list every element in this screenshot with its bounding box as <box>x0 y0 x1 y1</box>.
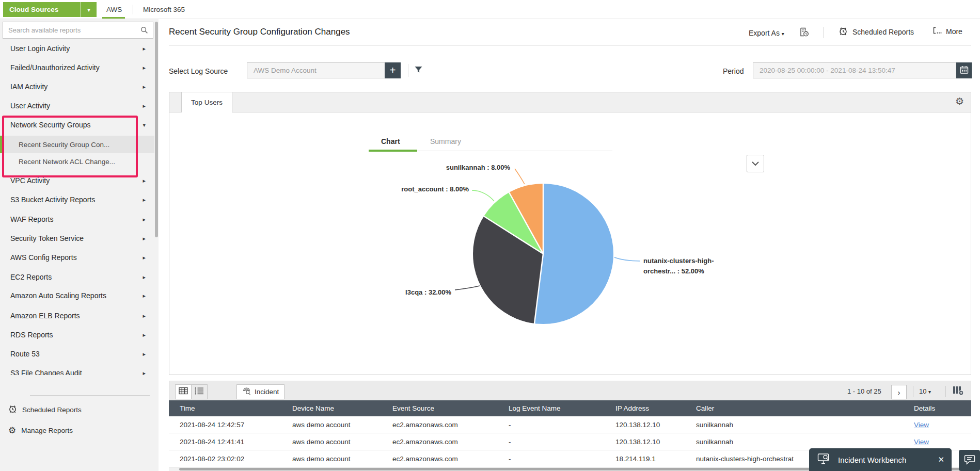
page-size-dropdown[interactable]: 10 ▾ <box>919 387 931 395</box>
chevron-right-icon: ▸ <box>143 103 146 109</box>
log-source-label: Select Log Source <box>169 67 228 75</box>
chevron-right-icon: ▸ <box>143 313 146 319</box>
chevron-right-icon: ▸ <box>143 293 146 299</box>
gear-icon: ⚙ <box>8 426 16 435</box>
sidebar-item-network-security-groups[interactable]: Network Security Groups▾ <box>0 117 153 133</box>
sidebar-manage-reports-link[interactable]: ⚙ Manage Reports <box>8 424 73 436</box>
chevron-right-icon: ▸ <box>143 254 146 261</box>
chevron-right-icon: ▸ <box>143 197 146 203</box>
pie-label-sunilkannah: sunilkannah : 8.00% <box>446 164 510 171</box>
chevron-right-icon: ▸ <box>143 351 146 358</box>
sidebar-item-route-53[interactable]: Route 53▸ <box>0 346 153 362</box>
grid-view-button[interactable] <box>175 384 192 399</box>
chevron-down-icon: ▾ <box>143 122 146 128</box>
chevron-right-icon: ▸ <box>143 370 146 376</box>
table-header: Time Device Name Event Source Log Event … <box>169 400 971 416</box>
fingerprint-search-icon <box>242 387 251 397</box>
cloud-sources-dropdown[interactable]: Cloud Sources ▾ <box>3 2 97 17</box>
sidebar-item-recent-network-acl-changes[interactable]: Recent Network ACL Change... <box>0 154 153 169</box>
alarm-clock-icon <box>8 404 17 415</box>
tab-aws-active-underline <box>102 17 125 19</box>
sidebar: User Login Activity▸ Failed/Unauthorized… <box>0 19 159 471</box>
chevron-down-icon: ▾ <box>81 2 97 17</box>
filter-funnel-icon[interactable] <box>414 66 423 76</box>
period-input[interactable] <box>753 62 956 78</box>
chevron-down-icon: ▾ <box>782 31 784 37</box>
sidebar-item-s3-bucket-activity-reports[interactable]: S3 Bucket Activity Reports▸ <box>0 192 153 207</box>
chat-bubble-button[interactable] <box>959 450 980 471</box>
sidebar-scheduled-reports-link[interactable]: Scheduled Reports <box>8 403 82 416</box>
chevron-right-icon: ▸ <box>143 235 146 242</box>
filter-divider <box>408 64 408 77</box>
view-link[interactable]: View <box>914 421 929 429</box>
grid-icon <box>179 387 188 397</box>
col-caller: Caller <box>696 404 914 412</box>
tab-microsoft-365[interactable]: Microsoft 365 <box>143 6 185 13</box>
pie-label-root-account: root_account : 8.00% <box>401 185 469 193</box>
chevron-right-icon: ▸ <box>143 177 146 184</box>
alarm-clock-icon <box>839 26 848 37</box>
sidebar-item-s3-file-changes-audit[interactable]: S3 File Changes Audit▸ <box>0 365 153 375</box>
export-history-icon[interactable] <box>799 27 809 39</box>
add-log-source-button[interactable]: + <box>385 62 401 78</box>
tab-summary[interactable]: Summary <box>430 137 461 145</box>
chevron-right-icon: ▸ <box>143 216 146 223</box>
list-view-button[interactable] <box>191 384 208 399</box>
sidebar-item-amazon-auto-scaling-reports[interactable]: Amazon Auto Scaling Reports▸ <box>0 288 153 303</box>
table-row: 2021-08-24 12:42:57 aws demo account ec2… <box>169 416 971 433</box>
chevron-right-icon: ▸ <box>143 45 146 52</box>
chevron-down-icon <box>751 159 760 168</box>
col-device-name: Device Name <box>292 404 392 412</box>
col-time: Time <box>180 404 292 412</box>
sidebar-item-amazon-elb-reports[interactable]: Amazon ELB Reports▸ <box>0 308 153 323</box>
chevron-down-icon: ▾ <box>928 389 931 395</box>
chevron-right-icon: ▸ <box>143 84 146 90</box>
tab-aws[interactable]: AWS <box>106 6 122 13</box>
column-settings-icon[interactable] <box>953 385 964 398</box>
page-title: Recent Security Group Configuration Chan… <box>169 27 350 37</box>
sidebar-item-iam-activity[interactable]: IAM Activity▸ <box>0 79 153 94</box>
sidebar-item-recent-security-group-changes[interactable]: Recent Security Group Con... <box>0 137 153 152</box>
sidebar-item-failed-unauthorized-activity[interactable]: Failed/Unauthorized Activity▸ <box>0 60 153 75</box>
toolbar-divider <box>945 386 946 397</box>
pagination-range: 1 - 10 of 25 <box>847 387 881 395</box>
close-icon[interactable]: ✕ <box>938 455 944 464</box>
toolbar-divider <box>913 386 913 397</box>
tab-top-users[interactable]: Top Users <box>181 92 232 112</box>
col-ip-address: IP Address <box>615 404 696 412</box>
monitor-search-icon <box>817 453 831 466</box>
chevron-right-icon: ▸ <box>143 332 146 338</box>
collapse-chart-button[interactable] <box>747 155 764 172</box>
sidebar-scrollbar[interactable] <box>155 22 158 237</box>
next-page-button[interactable]: › <box>891 385 907 399</box>
panel-settings-gear-icon[interactable]: ⚙ <box>955 96 964 106</box>
sidebar-item-security-token-service[interactable]: Security Token Service▸ <box>0 231 153 246</box>
sidebar-item-ec2-reports[interactable]: EC2 Reports▸ <box>0 269 153 285</box>
sidebar-item-waf-reports[interactable]: WAF Reports▸ <box>0 212 153 227</box>
sidebar-item-user-activity[interactable]: User Activity▸ <box>0 98 153 113</box>
view-link[interactable]: View <box>914 438 929 446</box>
more-button[interactable]: More <box>932 26 962 36</box>
incident-workbench-bar[interactable]: Incident Workbench ✕ <box>809 448 952 471</box>
calendar-icon <box>960 66 969 76</box>
incident-button[interactable]: Incident <box>236 384 284 399</box>
header-divider <box>823 27 824 38</box>
chart-tab-rule <box>417 151 612 151</box>
pie-chart[interactable] <box>473 184 613 324</box>
pie-label-nutanix: nutanix-clusters-high- orchestr... : 52.… <box>643 256 714 276</box>
sidebar-item-rds-reports[interactable]: RDS Reports▸ <box>0 327 153 343</box>
sidebar-menu: User Login Activity▸ Failed/Unauthorized… <box>0 19 154 375</box>
list-icon <box>195 387 204 397</box>
calendar-button[interactable] <box>956 62 972 78</box>
sidebar-footer-divider <box>30 395 150 396</box>
sidebar-item-user-login-activity[interactable]: User Login Activity▸ <box>0 41 153 56</box>
col-details: Details <box>914 404 971 412</box>
export-as-button[interactable]: Export As ▾ <box>749 29 784 37</box>
sidebar-item-aws-config-reports[interactable]: AWS Config Reports▸ <box>0 250 153 265</box>
chevron-right-icon: ▸ <box>143 64 146 71</box>
log-source-input[interactable] <box>247 62 385 78</box>
scheduled-reports-button[interactable]: Scheduled Reports <box>839 26 914 37</box>
sidebar-item-vpc-activity[interactable]: VPC Activity▸ <box>0 173 153 188</box>
tab-chart[interactable]: Chart <box>381 137 400 145</box>
title-rule <box>169 45 971 46</box>
